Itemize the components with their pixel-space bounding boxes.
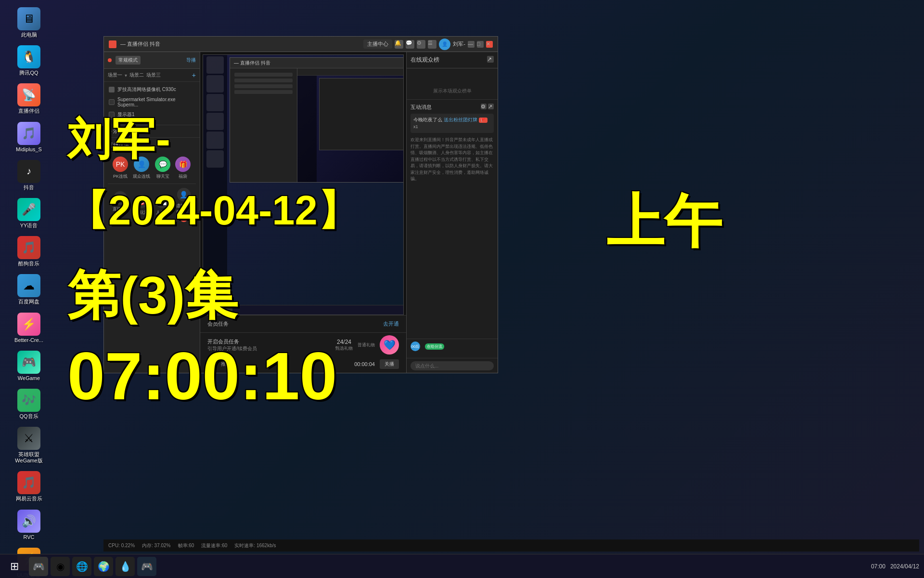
user-avatar-row: 00后 bbox=[411, 342, 420, 351]
add-material-label: + 添加素材 bbox=[109, 128, 134, 135]
better-label: Better-Cre... bbox=[14, 337, 43, 343]
interact-settings[interactable]: ⚙ bbox=[481, 104, 487, 109]
gift-icon: 🎁 bbox=[175, 157, 191, 172]
scene-label: 场景一 bbox=[108, 72, 122, 79]
task-desc: 引导用户开通/续费会员 bbox=[207, 345, 257, 352]
taskbar-app-5[interactable]: 💧 bbox=[116, 557, 135, 576]
close-btn[interactable]: ✕ bbox=[486, 41, 493, 48]
icon-qqmusic[interactable]: 🎶 QQ音乐 bbox=[7, 386, 51, 422]
icon-wangyiyun[interactable]: 🎵 酷狗音乐 bbox=[7, 234, 51, 269]
count-label: x1 bbox=[413, 124, 418, 129]
tool-audience[interactable]: 👤 观众连线 bbox=[133, 157, 150, 180]
source-item-camera[interactable]: 罗技高清网络摄像机 C930c bbox=[106, 84, 197, 95]
window-titlebar: — 直播伴侣 抖音 主播中心 🔔 💬 ⚙ ☰ 👤 刘军- — □ ✕ bbox=[104, 37, 498, 52]
member-task-row: 会员任务 去开通 bbox=[200, 315, 406, 333]
guide-btn[interactable]: 导播 bbox=[186, 57, 196, 64]
interactive-section: 互动玩法 PK PK连线 👤 观众连线 💬 聊天宝 bbox=[104, 137, 200, 230]
settings-icon[interactable]: ⚙ bbox=[417, 40, 425, 49]
icon-rvc[interactable]: 🔊 RVC bbox=[7, 507, 51, 543]
popularity-icon: 📈 bbox=[155, 195, 169, 208]
username: 刘军- bbox=[453, 40, 465, 48]
memory-status: 内存: 37.02% bbox=[142, 542, 170, 549]
chat-icon2: 💬 bbox=[155, 157, 170, 172]
scene2: 场景二 bbox=[129, 72, 144, 79]
taskbar-app-1[interactable]: 🎮 bbox=[29, 557, 48, 576]
pk-icon: PK bbox=[113, 157, 128, 172]
windows-icon: ⊞ bbox=[10, 560, 19, 573]
flag-icon: 🚩 bbox=[479, 118, 488, 123]
icon-douyin[interactable]: ♪ 抖音 bbox=[7, 158, 51, 193]
miniapp-item[interactable]: 🎯 小玩法 bbox=[135, 195, 148, 216]
add-scene-btn[interactable]: + bbox=[192, 71, 196, 79]
icon-yy[interactable]: 🎤 YY语音 bbox=[7, 196, 51, 231]
miniapp-label: 小玩法 bbox=[135, 210, 148, 216]
nested-title-text: — 直播伴侣 抖音 bbox=[234, 60, 270, 66]
icon-zhubo[interactable]: 📡 直播伴侣 bbox=[7, 81, 51, 117]
bell-icon[interactable]: 🔔 bbox=[395, 40, 403, 49]
online-badge: 在给分流 bbox=[425, 343, 444, 350]
popularity-label: 人气宝 bbox=[156, 210, 169, 216]
chat-icon[interactable]: 💬 bbox=[406, 40, 414, 49]
nested-source-list bbox=[230, 68, 297, 98]
icon-midi[interactable]: 🎵 Midiplus_S bbox=[7, 119, 51, 155]
chat-input[interactable] bbox=[411, 361, 494, 370]
share-icon[interactable]: ↗ bbox=[487, 56, 494, 63]
window-body: 常规模式 导播 场景一 ▾ 场景二 场景三 + 罗技高清网络摄像机 C930c bbox=[104, 52, 498, 373]
icon-yingxiong[interactable]: ⚔ 英雄联盟WeGame版 bbox=[7, 424, 51, 466]
add-material-btn[interactable]: + 添加素材 bbox=[104, 125, 200, 137]
minimize-btn[interactable]: — bbox=[468, 41, 475, 48]
bitrate-status: 流量速率:60 bbox=[201, 542, 227, 549]
deep-nested-content bbox=[297, 76, 403, 182]
icon-better[interactable]: ⚡ Better-Cre... bbox=[7, 310, 51, 346]
popularity-item[interactable]: 📈 人气宝 bbox=[155, 195, 169, 216]
tool-chat[interactable]: 💬 聊天宝 bbox=[155, 157, 170, 180]
avatar-item[interactable]: 👤 虚拟形象 7 bbox=[176, 188, 191, 222]
audience-label: 观众连线 bbox=[133, 173, 150, 180]
tool-gift[interactable]: 🎁 福袋 bbox=[175, 157, 191, 180]
source-item-game[interactable]: Supermarket Simulator.exe Superm... bbox=[106, 95, 197, 109]
nested-task1 bbox=[216, 306, 223, 314]
audience-empty-text: 展示本场观众榜单 bbox=[407, 88, 498, 94]
task-name: 开启会员任务 bbox=[207, 338, 257, 345]
nl-item2 bbox=[234, 79, 293, 82]
scene3: 场景三 bbox=[146, 72, 161, 79]
qqmusic-icon: 🎶 bbox=[17, 389, 40, 412]
interact-title: 互动玩法 bbox=[108, 142, 196, 149]
left-panel: 常规模式 导播 场景一 ▾ 场景二 场景三 + 罗技高清网络摄像机 C930c bbox=[104, 52, 200, 373]
maximize-btn[interactable]: □ bbox=[477, 41, 484, 48]
qqmusic-label: QQ音乐 bbox=[19, 413, 38, 420]
icon-tencent-qq[interactable]: 🐧 腾讯QQ bbox=[7, 43, 51, 79]
audience-title: 在线观众榜 bbox=[411, 56, 439, 64]
start-button[interactable]: ⊞ bbox=[5, 557, 24, 576]
go-open-btn[interactable]: 去开通 bbox=[383, 320, 399, 328]
settings-btn[interactable]: ⚙ bbox=[207, 360, 216, 368]
member-task-label: 会员任务 bbox=[207, 320, 229, 328]
tool-pk[interactable]: PK PK连线 bbox=[113, 157, 128, 180]
taskbar-app-4[interactable]: 🌍 bbox=[94, 557, 113, 576]
desktop: 🖥 此电脑 🐧 腾讯QQ 📡 直播伴侣 🎵 Midiplus_S ♪ 抖音 🎤 … bbox=[0, 0, 924, 578]
nested-icon-4 bbox=[206, 113, 224, 130]
taskbar-app-steam[interactable]: 🎮 bbox=[137, 557, 156, 576]
menu-icon[interactable]: ☰ bbox=[428, 40, 436, 49]
gift-count: 24/24 甄选礼物 bbox=[335, 339, 353, 352]
interact-share[interactable]: ↗ bbox=[488, 104, 494, 109]
deep-nested-bar bbox=[297, 68, 403, 76]
icon-baidu[interactable]: ☁ 百度网盘 bbox=[7, 272, 51, 307]
audience-icon: 👤 bbox=[134, 157, 149, 172]
heart-btn[interactable]: 💙 bbox=[380, 335, 399, 355]
icon-wegame[interactable]: 🎮 WeGame bbox=[7, 348, 51, 384]
audience-header: 在线观众榜 ↗ bbox=[407, 52, 498, 68]
source-item-display[interactable]: 显示器1 bbox=[106, 109, 197, 120]
nested-task2 bbox=[225, 306, 232, 314]
yy-icon: 🎤 bbox=[17, 198, 40, 221]
avatar-icon2: 👤 bbox=[177, 188, 191, 201]
stop-broadcast-btn[interactable]: 关播 bbox=[380, 359, 399, 369]
desktop-icons: 🖥 此电脑 🐧 腾讯QQ 📡 直播伴侣 🎵 Midiplus_S ♪ 抖音 🎤 … bbox=[0, 0, 58, 578]
taskbar-app-2[interactable]: ◉ bbox=[51, 557, 70, 576]
taskbar-app-3[interactable]: 🌐 bbox=[72, 557, 91, 576]
icon-wang163[interactable]: 🎵 网易云音乐 bbox=[7, 469, 51, 504]
icon-mypc[interactable]: 🖥 此电脑 bbox=[7, 5, 51, 40]
douyin-label: 抖音 bbox=[24, 184, 34, 191]
message-text: 今晚吃夜了么 送出粉丝团灯牌 🚩 x1 bbox=[413, 117, 491, 130]
live-settings-item[interactable]: ⚙ 直播设置 bbox=[113, 191, 128, 219]
